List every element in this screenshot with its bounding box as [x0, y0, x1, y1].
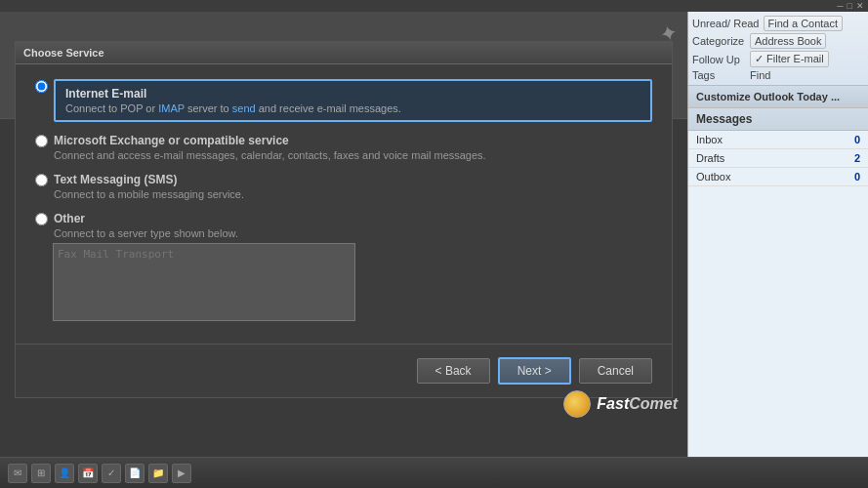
option-internet-email: Internet E-mail Connect to POP or IMAP s… [35, 79, 652, 122]
filter-icon: ✓ [755, 53, 764, 64]
other-box: Other Connect to a server type shown bel… [54, 212, 652, 239]
toolbar-row-2: Categorize Address Book [692, 33, 864, 49]
option-exchange: Microsoft Exchange or compatible service… [35, 134, 652, 161]
other-textarea[interactable] [53, 243, 355, 321]
choose-service-dialog: Choose Service Internet E-mail Connect t… [15, 41, 673, 398]
watermark-text: FastComet [597, 395, 678, 413]
option-other: Other Connect to a server type shown bel… [35, 212, 652, 324]
categorize-label: Categorize [692, 35, 746, 47]
sms-desc: Connect to a mobile messaging service. [54, 188, 652, 200]
fastcomet-logo [563, 390, 591, 418]
exchange-label[interactable]: Microsoft Exchange or compatible service… [35, 134, 652, 161]
internet-email-title: Internet E-mail [65, 87, 641, 101]
taskbar-envelope-icon[interactable]: ✉ [8, 464, 27, 483]
internet-email-desc: Connect to POP or IMAP server to send an… [65, 102, 641, 114]
dialog-content: Internet E-mail Connect to POP or IMAP s… [16, 64, 672, 344]
sms-radio[interactable] [35, 174, 48, 186]
inbox-label: Inbox [696, 134, 723, 145]
inbox-count: 0 [854, 134, 860, 145]
right-messages: Messages Inbox 0 Drafts 2 Outbox 0 [688, 108, 868, 457]
cancel-button[interactable]: Cancel [579, 358, 652, 384]
option-sms: Text Messaging (SMS) Connect to a mobile… [35, 173, 652, 200]
inbox-row: Inbox 0 [688, 131, 868, 149]
messages-header: Messages [688, 108, 868, 131]
find-label: Find [750, 69, 804, 81]
sms-label[interactable]: Text Messaging (SMS) Connect to a mobile… [35, 173, 652, 200]
internet-email-box: Internet E-mail Connect to POP or IMAP s… [54, 79, 652, 122]
top-bar: ─ □ ✕ [0, 0, 868, 12]
minimize-icon[interactable]: ─ [837, 1, 843, 11]
tags-label: Tags [692, 69, 746, 81]
unread-read-label: Unread/ Read [692, 18, 760, 29]
sms-title: Text Messaging (SMS) [54, 173, 652, 186]
maximize-icon[interactable]: □ [847, 1, 852, 11]
filter-email-button[interactable]: ✓ Filter E-mail [750, 51, 829, 67]
exchange-desc: Connect and access e-mail messages, cale… [54, 149, 652, 161]
other-radio[interactable] [35, 213, 48, 225]
address-book-button[interactable]: Address Book [750, 33, 826, 49]
outbox-row: Outbox 0 [688, 168, 868, 186]
close-icon[interactable]: ✕ [856, 1, 864, 11]
right-toolbar: Unread/ Read Find a Contact Categorize A… [688, 12, 868, 86]
taskbar-note-icon[interactable]: 📄 [125, 464, 145, 483]
other-title: Other [54, 212, 652, 225]
internet-email-label[interactable]: Internet E-mail Connect to POP or IMAP s… [35, 79, 652, 122]
drafts-label: Drafts [696, 152, 724, 164]
dialog-footer: < Back Next > Cancel [16, 344, 672, 397]
back-button[interactable]: < Back [417, 358, 490, 384]
next-button[interactable]: Next > [498, 357, 571, 385]
taskbar-task-icon[interactable]: ✓ [102, 464, 121, 483]
taskbar-folder-icon[interactable]: 📁 [148, 464, 168, 483]
other-desc: Connect to a server type shown below. [54, 227, 652, 239]
outbox-label: Outbox [696, 171, 730, 183]
taskbar-arrow-icon[interactable]: ▶ [172, 464, 191, 483]
other-label[interactable]: Other Connect to a server type shown bel… [35, 212, 652, 239]
drafts-row: Drafts 2 [688, 149, 868, 168]
exchange-box: Microsoft Exchange or compatible service… [54, 134, 652, 161]
outbox-count: 0 [854, 171, 860, 183]
toolbar-row-3: Follow Up ✓ Filter E-mail [692, 51, 864, 67]
toolbar-row-4: Tags Find [692, 69, 864, 81]
watermark: FastComet [563, 390, 687, 418]
taskbar: ✉ ⊞ 👤 📅 ✓ 📄 📁 ▶ [0, 457, 868, 488]
find-contact-button[interactable]: Find a Contact [764, 16, 844, 31]
customize-outlook[interactable]: Customize Outlook Today ... [688, 86, 868, 108]
dialog-title: Choose Service [23, 47, 104, 59]
dialog-area: ✦ Choose Service Internet E-mail Connect… [0, 12, 687, 457]
follow-up-label: Follow Up [692, 54, 746, 65]
dialog-titlebar: Choose Service [16, 42, 672, 64]
exchange-radio[interactable] [35, 135, 48, 147]
drafts-count: 2 [854, 152, 860, 164]
taskbar-person-icon[interactable]: 👤 [55, 464, 74, 483]
main-layout: ✦ Choose Service Internet E-mail Connect… [0, 12, 868, 457]
sms-box: Text Messaging (SMS) Connect to a mobile… [54, 173, 652, 200]
taskbar-grid-icon[interactable]: ⊞ [31, 464, 51, 483]
taskbar-calendar-icon[interactable]: 📅 [78, 464, 98, 483]
exchange-title: Microsoft Exchange or compatible service [54, 134, 652, 147]
internet-email-radio[interactable] [35, 80, 48, 93]
toolbar-row-1: Unread/ Read Find a Contact [692, 16, 864, 31]
right-panel: Unread/ Read Find a Contact Categorize A… [687, 12, 868, 457]
